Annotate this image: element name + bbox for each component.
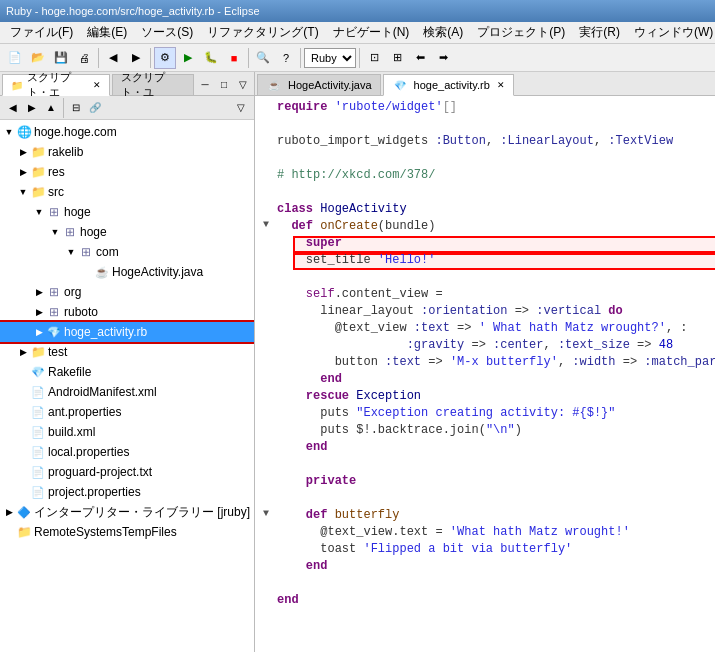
code-line-24 bbox=[255, 491, 715, 508]
tree-arrow-hoge2[interactable]: ▼ bbox=[48, 225, 62, 239]
tree-arrow-ruboto[interactable]: ▶ bbox=[32, 305, 46, 319]
nav-toolbar: ◀ ▶ ▲ ⊟ 🔗 ▽ bbox=[0, 96, 254, 120]
right-panel: ☕ HogeActivity.java 💎 hoge_activity.rb ✕… bbox=[255, 72, 715, 652]
menu-file[interactable]: ファイル(F) bbox=[4, 22, 79, 43]
tab-maximize-button[interactable]: □ bbox=[215, 76, 233, 94]
tb-maximize-button[interactable]: ⊡ bbox=[363, 47, 385, 69]
tree-arrow-root[interactable]: ▼ bbox=[2, 125, 16, 139]
tb-forward-button[interactable]: ▶ bbox=[125, 47, 147, 69]
tb-prev-button[interactable]: ⬅ bbox=[409, 47, 431, 69]
tab-script-u[interactable]: スクリプト・ユ bbox=[112, 74, 194, 95]
folder-icon-test: 📁 bbox=[30, 344, 46, 360]
code-line-19: puts "Exception creating activity: #{$!}… bbox=[255, 406, 715, 423]
tree-item-project-properties[interactable]: 📄 project.properties bbox=[0, 482, 254, 502]
tb-restore-button[interactable]: ⊞ bbox=[386, 47, 408, 69]
tb-new-button[interactable]: 📄 bbox=[4, 47, 26, 69]
editor-tab-rb-close[interactable]: ✕ bbox=[497, 80, 505, 90]
menu-navigate[interactable]: ナビゲート(N) bbox=[327, 22, 416, 43]
tree-arrow-src[interactable]: ▼ bbox=[16, 185, 30, 199]
tree-arrow-project-properties bbox=[16, 485, 30, 499]
tree-item-org[interactable]: ▶ ⊞ org bbox=[0, 282, 254, 302]
tree-item-hoge2[interactable]: ▼ ⊞ hoge bbox=[0, 222, 254, 242]
tree-item-hoge1[interactable]: ▼ ⊞ hoge bbox=[0, 202, 254, 222]
tree-item-interpreter[interactable]: ▶ 🔷 インタープリター・ライブラリー [jruby] bbox=[0, 502, 254, 522]
tree-arrow-res[interactable]: ▶ bbox=[16, 165, 30, 179]
code-line-25: ▼ def butterfly bbox=[255, 508, 715, 525]
tb-run-button[interactable]: ▶ bbox=[177, 47, 199, 69]
ruby-icon-tab: 💎 bbox=[392, 77, 408, 93]
tree-item-build-xml[interactable]: 📄 build.xml bbox=[0, 422, 254, 442]
nav-collapse-button[interactable]: ⊟ bbox=[67, 99, 85, 117]
toolbar-separator-4 bbox=[300, 48, 301, 68]
code-line-17: end bbox=[255, 372, 715, 389]
menu-refactor[interactable]: リファクタリング(T) bbox=[201, 22, 324, 43]
tree-arrow-org[interactable]: ▶ bbox=[32, 285, 46, 299]
menu-source[interactable]: ソース(S) bbox=[135, 22, 199, 43]
tb-save-button[interactable]: 💾 bbox=[50, 47, 72, 69]
tb-build-button[interactable]: ⚙ bbox=[154, 47, 176, 69]
tree-item-root[interactable]: ▼ 🌐 hoge.hoge.com bbox=[0, 122, 254, 142]
nav-menu-button[interactable]: ▽ bbox=[232, 99, 250, 117]
tb-stop-button[interactable]: ■ bbox=[223, 47, 245, 69]
menu-edit[interactable]: 編集(E) bbox=[81, 22, 133, 43]
menu-search[interactable]: 検索(A) bbox=[417, 22, 469, 43]
tab-script-e-close[interactable]: ✕ bbox=[93, 80, 101, 90]
tree-arrow-com[interactable]: ▼ bbox=[64, 245, 78, 259]
tree-item-src[interactable]: ▼ 📁 src bbox=[0, 182, 254, 202]
tree-item-rakelib[interactable]: ▶ 📁 rakelib bbox=[0, 142, 254, 162]
tree-arrow-test[interactable]: ▶ bbox=[16, 345, 30, 359]
left-tab-bar: 📁 スクリプト・エ ✕ スクリプト・ユ ─ □ ▽ bbox=[0, 72, 254, 96]
code-line-27: toast 'Flipped a bit via butterfly' bbox=[255, 542, 715, 559]
tb-print-button[interactable]: 🖨 bbox=[73, 47, 95, 69]
code-editor[interactable]: require 'rubote/widget'[] ruboto_import_… bbox=[255, 96, 715, 652]
tree-item-rakefile[interactable]: 💎 Rakefile bbox=[0, 362, 254, 382]
tree-item-androidmanifest[interactable]: 📄 AndroidManifest.xml bbox=[0, 382, 254, 402]
tree-arrow-interpreter[interactable]: ▶ bbox=[2, 505, 16, 519]
tab-menu-button[interactable]: ▽ bbox=[234, 76, 252, 94]
tb-search-button[interactable]: 🔍 bbox=[252, 47, 274, 69]
tree-arrow-rakelib[interactable]: ▶ bbox=[16, 145, 30, 159]
nav-link-button[interactable]: 🔗 bbox=[86, 99, 104, 117]
tree-arrow-hoge1[interactable]: ▼ bbox=[32, 205, 46, 219]
tree-item-local-properties[interactable]: 📄 local.properties bbox=[0, 442, 254, 462]
code-line-26: @text_view.text = 'What hath Matz wrough… bbox=[255, 525, 715, 542]
tree-item-com[interactable]: ▼ ⊞ com bbox=[0, 242, 254, 262]
nav-separator bbox=[63, 98, 64, 118]
tree-item-ant-properties[interactable]: 📄 ant.properties bbox=[0, 402, 254, 422]
tb-back-button[interactable]: ◀ bbox=[102, 47, 124, 69]
toolbar-separator-1 bbox=[98, 48, 99, 68]
tree-arrow-hoge-activity-rb[interactable]: ▶ bbox=[32, 325, 46, 339]
menu-window[interactable]: ウィンドウ(W) bbox=[628, 22, 715, 43]
package-icon-com: ⊞ bbox=[78, 244, 94, 260]
code-line-2 bbox=[255, 117, 715, 134]
editor-tab-hoge-activity-rb[interactable]: 💎 hoge_activity.rb ✕ bbox=[383, 74, 514, 96]
jruby-icon: 🔷 bbox=[16, 504, 32, 520]
tree-item-test[interactable]: ▶ 📁 test bbox=[0, 342, 254, 362]
tree-item-ruboto[interactable]: ▶ ⊞ ruboto bbox=[0, 302, 254, 322]
tab-script-e[interactable]: 📁 スクリプト・エ ✕ bbox=[2, 74, 110, 96]
collapse-marker-8[interactable]: ▼ bbox=[259, 219, 273, 230]
tb-open-button[interactable]: 📂 bbox=[27, 47, 49, 69]
tree-item-hoge-activity-rb[interactable]: ▶ 💎 hoge_activity.rb bbox=[0, 322, 254, 342]
toolbar-separator-3 bbox=[248, 48, 249, 68]
tb-debug-button[interactable]: 🐛 bbox=[200, 47, 222, 69]
menu-run[interactable]: 実行(R) bbox=[573, 22, 626, 43]
tree-item-remote[interactable]: 📁 RemoteSystemsTempFiles bbox=[0, 522, 254, 542]
tree-arrow-proguard bbox=[16, 465, 30, 479]
tree-item-hogeactivity-java[interactable]: ☕ HogeActivity.java bbox=[0, 262, 254, 282]
tab-minimize-button[interactable]: ─ bbox=[196, 76, 214, 94]
editor-tab-hogeactivity-java[interactable]: ☕ HogeActivity.java bbox=[257, 74, 381, 95]
nav-forward-button[interactable]: ▶ bbox=[23, 99, 41, 117]
perspective-selector[interactable]: Ruby bbox=[304, 48, 356, 68]
tree-label-res: res bbox=[48, 165, 65, 179]
tree-label-rakelib: rakelib bbox=[48, 145, 83, 159]
tb-help-button[interactable]: ? bbox=[275, 47, 297, 69]
nav-back-button[interactable]: ◀ bbox=[4, 99, 22, 117]
tb-next-button[interactable]: ➡ bbox=[432, 47, 454, 69]
menu-project[interactable]: プロジェクト(P) bbox=[471, 22, 571, 43]
tree-item-res[interactable]: ▶ 📁 res bbox=[0, 162, 254, 182]
nav-up-button[interactable]: ▲ bbox=[42, 99, 60, 117]
tree-item-proguard[interactable]: 📄 proguard-project.txt bbox=[0, 462, 254, 482]
code-line-7: class HogeActivity bbox=[255, 202, 715, 219]
collapse-marker-25[interactable]: ▼ bbox=[259, 508, 273, 519]
